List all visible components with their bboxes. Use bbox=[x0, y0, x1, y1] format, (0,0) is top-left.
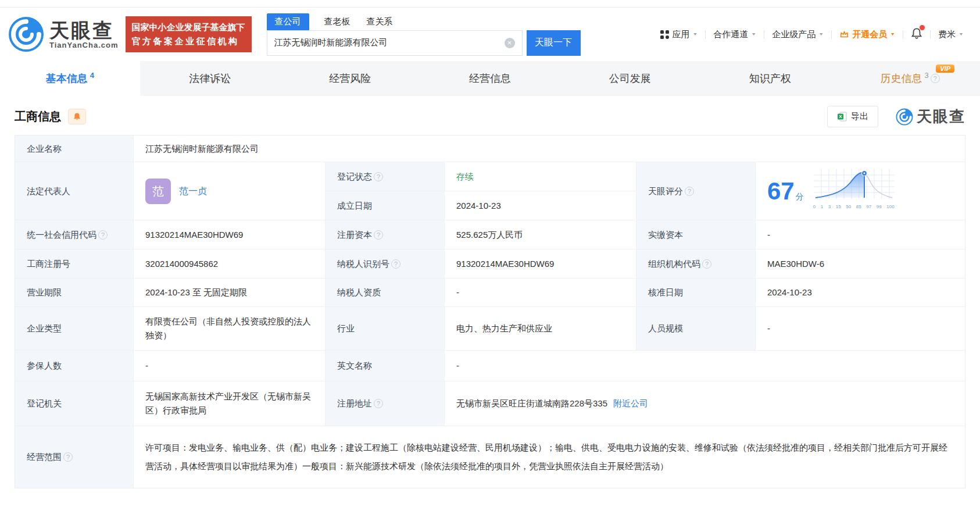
field-insured-label: 参保人数 bbox=[15, 351, 134, 381]
nearby-companies-link[interactable]: 附近公司 bbox=[613, 397, 648, 411]
crown-icon bbox=[839, 30, 849, 40]
axis-tick: 100 bbox=[886, 200, 894, 214]
help-icon[interactable]: ? bbox=[931, 74, 940, 83]
menu-divider bbox=[831, 30, 832, 39]
field-reg-number-label: 工商注册号 bbox=[15, 249, 134, 279]
field-reg-capital-value: 525.625万人民币 bbox=[445, 220, 636, 249]
export-button[interactable]: X 导出 bbox=[827, 106, 878, 127]
tab-history[interactable]: VIP 历史信息 3 ? bbox=[840, 61, 980, 96]
search-tab-company[interactable]: 查公司 bbox=[267, 13, 309, 30]
tab-ip[interactable]: 知识产权 bbox=[700, 61, 840, 96]
business-info-table: 企业名称 江苏无锡润时新能源有限公司 法定代表人 范 范一贞 登记状态 ? 存续… bbox=[15, 135, 965, 488]
help-icon[interactable]: ? bbox=[374, 172, 383, 181]
tab-basic-info[interactable]: 基本信息 4 bbox=[0, 61, 140, 96]
score-label-text: 天眼评分 bbox=[648, 184, 683, 198]
chevron-down-icon: ▼ bbox=[890, 32, 895, 37]
gov-certification-badge: 国家中小企业发展子基金旗下 官方备案企业征信机构 bbox=[126, 16, 252, 52]
field-address-value: 无锡市新吴区旺庄街道城南路228号335 附近公司 bbox=[445, 381, 965, 426]
field-business-term-label: 营业期限 bbox=[15, 279, 134, 307]
company-nav-tabs: 基本信息 4 法律诉讼 经营风险 经营信息 公司发展 知识产权 VIP 历史信息… bbox=[0, 61, 980, 96]
tab-operation[interactable]: 经营信息 bbox=[420, 61, 560, 96]
section-title: 工商信息 bbox=[15, 109, 61, 124]
menu-user[interactable]: 费米 ▼ bbox=[938, 29, 964, 40]
menu-divider bbox=[764, 30, 764, 39]
field-company-type-value: 有限责任公司（非自然人投资或控股的法人独资） bbox=[134, 307, 326, 351]
field-establish-date-value: 2024-10-23 bbox=[445, 191, 636, 220]
tab-risk[interactable]: 经营风险 bbox=[280, 61, 420, 96]
brand-domain: TianYanCha.com bbox=[49, 41, 119, 49]
taxpayer-id-label-text: 纳税人识别号 bbox=[337, 257, 389, 271]
tab-history-count: 3 bbox=[924, 71, 928, 80]
field-reg-status-value: 存续 bbox=[445, 162, 636, 191]
search-input[interactable] bbox=[274, 38, 505, 48]
legal-rep-link[interactable]: 范一贞 bbox=[179, 184, 207, 198]
help-icon[interactable]: ? bbox=[63, 452, 73, 462]
notification-bell[interactable] bbox=[911, 27, 922, 42]
reg-status-label-text: 登记状态 bbox=[337, 170, 372, 184]
menu-partner[interactable]: 合作通道 ▼ bbox=[713, 29, 756, 40]
score-unit: 分 bbox=[796, 192, 804, 201]
axis-tick: 0 bbox=[813, 200, 816, 214]
score-distribution-chart: 0 1 3 15 50 85 97 99 100 bbox=[813, 169, 895, 214]
field-company-name-value: 江苏无锡润时新能源有限公司 bbox=[134, 135, 965, 162]
top-menu: 应用 ▼ 合作通道 ▼ 企业级产品 ▼ 开通会员 ▼ bbox=[660, 27, 964, 42]
menu-open-vip[interactable]: 开通会员 ▼ bbox=[839, 29, 895, 40]
help-icon[interactable]: ? bbox=[374, 230, 383, 240]
menu-partner-label: 合作通道 bbox=[713, 29, 748, 40]
field-score-label: 天眼评分 ? bbox=[636, 162, 756, 220]
address-label-text: 注册地址 bbox=[337, 397, 372, 411]
field-address-label: 注册地址 ? bbox=[326, 381, 445, 426]
section-header: 工商信息 X 导出 天眼查 bbox=[15, 106, 965, 127]
site-logo[interactable]: 天眼查 TianYanCha.com bbox=[8, 16, 119, 52]
app-grid-icon bbox=[660, 30, 669, 39]
tianyancha-logo-icon bbox=[8, 16, 44, 52]
tab-history-label: 历史信息 bbox=[880, 72, 922, 85]
field-reg-status-label: 登记状态 ? bbox=[326, 162, 445, 191]
site-header: 天眼查 TianYanCha.com 国家中小企业发展子基金旗下 官方备案企业征… bbox=[0, 8, 980, 61]
field-approve-date-label: 核准日期 bbox=[636, 279, 756, 307]
monitor-bell-chip[interactable] bbox=[68, 109, 86, 124]
field-english-name-label: 英文名称 bbox=[326, 351, 445, 381]
watermark-logo: 天眼查 bbox=[896, 106, 965, 127]
tab-operation-label: 经营信息 bbox=[469, 72, 511, 85]
legal-rep-avatar[interactable]: 范 bbox=[145, 179, 171, 204]
chevron-down-icon: ▼ bbox=[692, 32, 698, 37]
search-button[interactable]: 天眼一下 bbox=[527, 30, 581, 56]
field-taxpayer-id-label: 纳税人识别号 ? bbox=[326, 249, 445, 279]
menu-apps[interactable]: 应用 ▼ bbox=[660, 29, 698, 40]
chevron-down-icon: ▼ bbox=[958, 32, 964, 37]
help-icon[interactable]: ? bbox=[702, 259, 711, 269]
menu-divider bbox=[705, 30, 706, 39]
menu-open-vip-label: 开通会员 bbox=[852, 29, 887, 40]
field-taxpayer-id-value: 91320214MAE30HDW69 bbox=[445, 249, 636, 279]
menu-apps-label: 应用 bbox=[672, 29, 689, 40]
tab-development[interactable]: 公司发展 bbox=[560, 61, 700, 96]
field-org-code-label: 组织机构代码 ? bbox=[636, 249, 756, 279]
vip-badge: VIP bbox=[936, 65, 954, 73]
field-company-name-label: 企业名称 bbox=[15, 135, 134, 162]
tab-legal-label: 法律诉讼 bbox=[189, 72, 231, 85]
tab-legal[interactable]: 法律诉讼 bbox=[140, 61, 280, 96]
axis-tick: 1 bbox=[821, 200, 823, 214]
chevron-down-icon: ▼ bbox=[751, 32, 756, 37]
help-icon[interactable]: ? bbox=[391, 259, 400, 269]
field-credit-code-value: 91320214MAE30HDW69 bbox=[134, 220, 326, 249]
reg-capital-label-text: 注册资本 bbox=[337, 228, 372, 242]
axis-tick: 97 bbox=[866, 200, 871, 214]
field-paid-capital-label: 实缴资本 bbox=[636, 220, 756, 249]
field-company-type-label: 企业类型 bbox=[15, 307, 134, 351]
search-tab-relation[interactable]: 查关系 bbox=[366, 13, 394, 30]
field-english-name-value: - bbox=[445, 351, 965, 381]
help-icon[interactable]: ? bbox=[98, 230, 108, 240]
search-clear-icon[interactable]: × bbox=[505, 38, 515, 48]
help-icon[interactable]: ? bbox=[685, 187, 694, 196]
field-score-value: 67分 0 1 bbox=[756, 162, 965, 220]
search-tab-boss[interactable]: 查老板 bbox=[323, 13, 352, 30]
axis-tick: 3 bbox=[828, 200, 831, 214]
menu-divider bbox=[930, 30, 931, 39]
menu-enterprise[interactable]: 企业级产品 ▼ bbox=[772, 29, 824, 40]
field-approve-date-value: 2024-10-23 bbox=[756, 279, 965, 307]
watermark-text: 天眼查 bbox=[917, 106, 965, 127]
help-icon[interactable]: ? bbox=[374, 399, 383, 408]
search-area: 查公司 查老板 查关系 × 天眼一下 bbox=[267, 13, 581, 56]
